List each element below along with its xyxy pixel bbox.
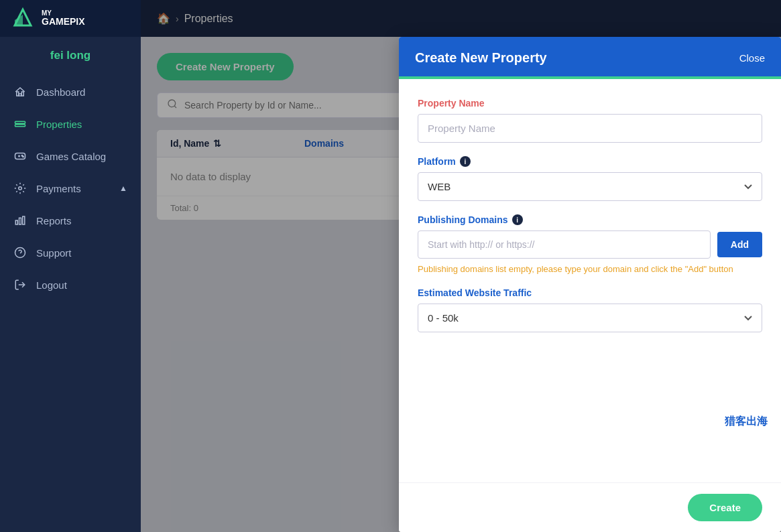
- modal-header: Create New Property Close: [399, 37, 781, 79]
- sidebar-item-properties[interactable]: Properties: [0, 108, 141, 140]
- svg-rect-13: [15, 220, 17, 224]
- svg-rect-15: [23, 216, 25, 224]
- svg-point-12: [19, 187, 22, 190]
- help-circle-icon: [13, 246, 27, 259]
- chevron-up-icon: ▲: [119, 184, 127, 193]
- property-name-input[interactable]: [418, 114, 762, 143]
- domain-input[interactable]: [418, 230, 711, 259]
- username: fei long: [0, 49, 141, 62]
- estimated-traffic-label: Estimated Website Traffic: [418, 287, 762, 298]
- svg-rect-5: [15, 121, 25, 123]
- sidebar-item-games-catalog[interactable]: Games Catalog: [0, 140, 141, 172]
- sidebar-item-reports[interactable]: Reports: [0, 204, 141, 237]
- svg-point-11: [23, 156, 24, 157]
- sidebar-item-dashboard[interactable]: Dashboard: [0, 76, 141, 108]
- platform-select[interactable]: WEB iOS Android: [418, 172, 762, 201]
- sidebar-item-support-label: Support: [36, 247, 72, 259]
- svg-rect-14: [19, 218, 21, 224]
- main-content: 🏠 › Properties Create New Property Id, N…: [141, 0, 781, 532]
- modal-overlay: Create New Property Close Property Name …: [141, 0, 781, 532]
- nav-items: Dashboard Properties Games Catalog Payme…: [0, 76, 141, 301]
- publishing-domains-label: Publishing Domains i: [418, 214, 762, 225]
- sidebar-header: MY GAMEPIX: [0, 0, 141, 37]
- sidebar-item-logout-label: Logout: [36, 279, 67, 291]
- sidebar-item-properties-label: Properties: [36, 119, 82, 130]
- estimated-traffic-select[interactable]: 0 - 50k 50k - 200k 200k - 1M 1M+: [418, 304, 762, 332]
- modal-close-button[interactable]: Close: [739, 52, 765, 64]
- bar-chart-icon: [13, 214, 27, 227]
- platform-info-icon[interactable]: i: [460, 156, 471, 167]
- sidebar-item-games-catalog-label: Games Catalog: [36, 151, 106, 162]
- modal-title: Create New Property: [415, 50, 547, 66]
- modal-body: Property Name Platform i WEB iOS Android…: [399, 79, 781, 482]
- modal-footer: Create: [399, 482, 781, 532]
- sidebar-item-payments-label: Payments: [36, 183, 81, 194]
- sidebar-item-dashboard-label: Dashboard: [36, 86, 85, 98]
- domain-input-row: Add: [418, 230, 762, 259]
- user-section: fei long: [0, 37, 141, 69]
- logo-gamepix: GAMEPIX: [42, 17, 85, 27]
- domain-warning: Publishing domains list empty, please ty…: [418, 264, 762, 274]
- sidebar: MY GAMEPIX fei long Dashboard Properties…: [0, 0, 141, 532]
- platform-label: Platform i: [418, 156, 762, 167]
- home-icon: [13, 85, 27, 98]
- sidebar-item-payments[interactable]: Payments ▲: [0, 172, 141, 204]
- logout-icon: [13, 278, 27, 291]
- add-domain-button[interactable]: Add: [717, 232, 762, 257]
- settings-icon: [13, 182, 27, 195]
- logo-icon: [11, 7, 35, 31]
- create-property-submit-button[interactable]: Create: [688, 494, 762, 521]
- svg-rect-6: [15, 125, 25, 127]
- publishing-domains-info-icon[interactable]: i: [512, 214, 523, 225]
- gamepad-icon: [13, 149, 27, 163]
- sidebar-item-support[interactable]: Support: [0, 237, 141, 269]
- create-property-modal: Create New Property Close Property Name …: [399, 37, 781, 532]
- svg-rect-4: [19, 94, 22, 96]
- sidebar-item-logout[interactable]: Logout: [0, 269, 141, 301]
- logo-text: MY GAMEPIX: [42, 9, 85, 27]
- watermark: 猎客出海: [725, 415, 768, 429]
- sidebar-item-reports-label: Reports: [36, 215, 72, 226]
- property-name-label: Property Name: [418, 98, 762, 109]
- layers-icon: [13, 117, 27, 131]
